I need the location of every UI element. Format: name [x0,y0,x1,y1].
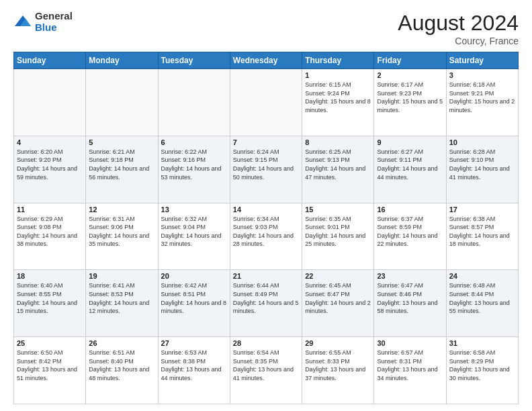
daylight-label: Daylight: 14 hours and 44 minutes. [377,165,437,181]
sunset-label: Sunset: 8:35 PM [233,358,278,365]
day-detail: Sunrise: 6:45 AMSunset: 8:47 PMDaylight:… [305,281,371,315]
day-cell-4-3: 28Sunrise: 6:54 AMSunset: 8:35 PMDayligh… [230,337,302,404]
day-number: 31 [449,339,515,347]
day-cell-3-2: 20Sunrise: 6:42 AMSunset: 8:51 PMDayligh… [158,270,230,337]
sunset-label: Sunset: 8:47 PM [305,291,350,298]
day-number: 17 [449,205,515,214]
daylight-label: Daylight: 15 hours and 2 minutes. [449,98,515,113]
day-number: 26 [89,339,154,347]
daylight-label: Daylight: 13 hours and 55 minutes. [449,300,510,315]
day-detail: Sunrise: 6:58 AMSunset: 8:29 PMDaylight:… [449,349,515,382]
daylight-label: Daylight: 13 hours and 34 minutes. [377,366,437,381]
sunset-label: Sunset: 8:38 PM [161,358,206,365]
col-sunday: Sunday [14,52,86,69]
daylight-label: Daylight: 14 hours and 15 minutes. [17,300,77,315]
day-cell-4-4: 29Sunrise: 6:55 AMSunset: 8:33 PMDayligh… [302,337,374,404]
day-detail: Sunrise: 6:20 AMSunset: 9:20 PMDaylight:… [17,148,83,181]
day-cell-4-6: 31Sunrise: 6:58 AMSunset: 8:29 PMDayligh… [446,337,518,404]
sunset-label: Sunset: 9:08 PM [17,224,62,230]
daylight-label: Daylight: 13 hours and 44 minutes. [161,366,222,381]
day-cell-1-6: 10Sunrise: 6:28 AMSunset: 9:10 PMDayligh… [446,136,518,203]
sunset-label: Sunset: 9:16 PM [161,156,206,163]
day-detail: Sunrise: 6:50 AMSunset: 8:42 PMDaylight:… [17,349,83,382]
day-number: 3 [449,71,515,79]
daylight-label: Daylight: 14 hours and 2 minutes. [305,300,371,315]
day-number: 24 [449,272,515,280]
week-row-4: 25Sunrise: 6:50 AMSunset: 8:42 PMDayligh… [14,337,519,404]
day-number: 14 [233,205,299,214]
sunrise-label: Sunrise: 6:31 AM [89,216,135,222]
day-number: 19 [89,272,154,280]
sunset-label: Sunset: 9:01 PM [305,224,350,230]
sunset-label: Sunset: 9:24 PM [305,90,350,97]
sunrise-label: Sunrise: 6:41 AM [89,282,135,289]
daylight-label: Daylight: 14 hours and 18 minutes. [449,232,510,248]
day-cell-3-3: 21Sunrise: 6:44 AMSunset: 8:49 PMDayligh… [230,270,302,337]
day-detail: Sunrise: 6:37 AMSunset: 8:59 PMDaylight:… [377,215,443,248]
daylight-label: Daylight: 14 hours and 38 minutes. [17,232,77,248]
sunset-label: Sunset: 8:42 PM [17,358,62,365]
sunset-label: Sunset: 8:33 PM [305,358,350,365]
sunset-label: Sunset: 8:44 PM [449,291,494,298]
day-detail: Sunrise: 6:21 AMSunset: 9:18 PMDaylight:… [89,148,154,181]
day-number: 7 [233,138,299,146]
sunset-label: Sunset: 9:10 PM [449,156,494,163]
logo-text: General Blue [35,11,73,33]
day-number: 27 [161,339,227,347]
week-row-2: 11Sunrise: 6:29 AMSunset: 9:08 PMDayligh… [14,203,519,270]
day-cell-0-3 [230,69,302,136]
sunset-label: Sunset: 8:59 PM [377,224,422,230]
day-number: 9 [377,138,443,146]
sunrise-label: Sunrise: 6:22 AM [161,148,208,155]
day-number: 20 [161,272,227,280]
daylight-label: Daylight: 14 hours and 47 minutes. [305,165,365,181]
day-cell-4-2: 27Sunrise: 6:53 AMSunset: 8:38 PMDayligh… [158,337,230,404]
sunset-label: Sunset: 9:23 PM [377,90,422,97]
day-detail: Sunrise: 6:27 AMSunset: 9:11 PMDaylight:… [377,148,443,181]
sunrise-label: Sunrise: 6:15 AM [305,81,351,88]
day-number: 6 [161,138,227,146]
sunrise-label: Sunrise: 6:21 AM [89,148,135,155]
week-row-1: 4Sunrise: 6:20 AMSunset: 9:20 PMDaylight… [14,136,519,203]
day-cell-2-3: 14Sunrise: 6:34 AMSunset: 9:03 PMDayligh… [230,203,302,270]
day-number: 1 [305,71,371,79]
day-cell-2-5: 16Sunrise: 6:37 AMSunset: 8:59 PMDayligh… [374,203,446,270]
day-cell-0-4: 1Sunrise: 6:15 AMSunset: 9:24 PMDaylight… [302,69,374,136]
logo-general-text: General [35,11,73,22]
col-thursday: Thursday [302,52,374,69]
day-cell-3-4: 22Sunrise: 6:45 AMSunset: 8:47 PMDayligh… [302,270,374,337]
sunrise-label: Sunrise: 6:38 AM [449,216,496,222]
page: General Blue August 2024 Courcy, France … [0,0,532,411]
day-detail: Sunrise: 6:17 AMSunset: 9:23 PMDaylight:… [377,81,443,114]
day-cell-0-5: 2Sunrise: 6:17 AMSunset: 9:23 PMDaylight… [374,69,446,136]
sunrise-label: Sunrise: 6:25 AM [305,148,351,155]
sunset-label: Sunset: 9:15 PM [233,156,278,163]
day-number: 11 [17,205,83,214]
sunset-label: Sunset: 9:21 PM [449,90,494,97]
sunrise-label: Sunrise: 6:45 AM [305,282,351,289]
day-detail: Sunrise: 6:47 AMSunset: 8:46 PMDaylight:… [377,281,443,315]
daylight-label: Daylight: 14 hours and 8 minutes. [161,300,227,315]
day-cell-1-4: 8Sunrise: 6:25 AMSunset: 9:13 PMDaylight… [302,136,374,203]
day-cell-3-1: 19Sunrise: 6:41 AMSunset: 8:53 PMDayligh… [86,270,158,337]
sunset-label: Sunset: 9:06 PM [89,224,134,230]
day-cell-0-6: 3Sunrise: 6:18 AMSunset: 9:21 PMDaylight… [446,69,518,136]
week-row-0: 1Sunrise: 6:15 AMSunset: 9:24 PMDaylight… [14,69,519,136]
day-number: 21 [233,272,299,280]
sunrise-label: Sunrise: 6:47 AM [377,282,423,289]
day-cell-0-2 [158,69,230,136]
logo-blue-text: Blue [35,22,73,34]
week-row-3: 18Sunrise: 6:40 AMSunset: 8:55 PMDayligh… [14,270,519,337]
day-cell-0-1 [86,69,158,136]
day-cell-1-1: 5Sunrise: 6:21 AMSunset: 9:18 PMDaylight… [86,136,158,203]
day-number: 8 [305,138,371,146]
day-detail: Sunrise: 6:35 AMSunset: 9:01 PMDaylight:… [305,215,371,248]
sunrise-label: Sunrise: 6:55 AM [305,349,351,356]
sunset-label: Sunset: 9:18 PM [89,156,134,163]
day-number: 4 [17,138,83,146]
day-cell-1-0: 4Sunrise: 6:20 AMSunset: 9:20 PMDaylight… [14,136,86,203]
sunset-label: Sunset: 8:29 PM [449,358,494,365]
day-detail: Sunrise: 6:32 AMSunset: 9:04 PMDaylight:… [161,215,227,248]
day-number: 10 [449,138,515,146]
daylight-label: Daylight: 14 hours and 32 minutes. [161,232,222,248]
